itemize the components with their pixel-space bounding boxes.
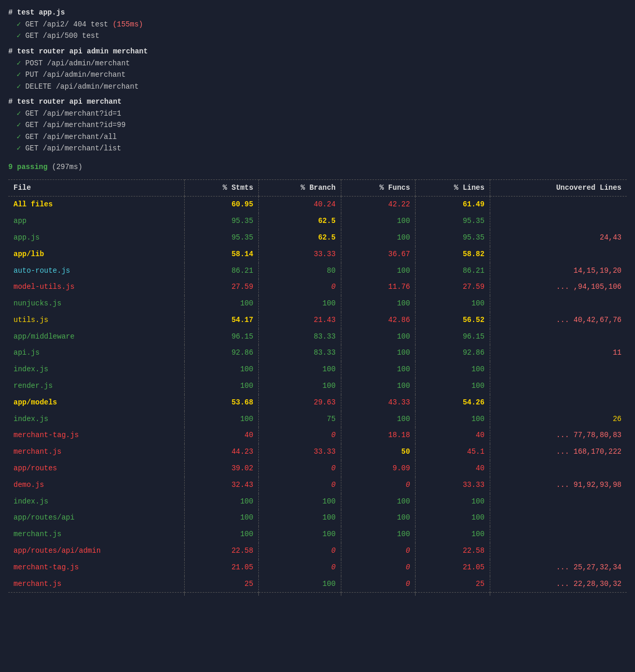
branch-cell: 33.33 (259, 444, 341, 460)
stmts-cell: 95.35 (184, 230, 259, 246)
uncovered-cell (490, 197, 627, 213)
lines-cell: 61.49 (416, 197, 490, 213)
file-cell: demo.js (8, 477, 184, 494)
funcs-cell: 100 (341, 230, 416, 246)
test-description: GET /api/merchant?id=99 (25, 121, 126, 129)
table-row: app/lib58.1433.3336.6758.82 (8, 246, 627, 263)
section-header: # test app.js (8, 8, 627, 17)
table-row: app.js95.3562.510095.3524,43 (8, 230, 627, 246)
test-line: ✓ GET /api/500 test (8, 30, 627, 41)
test-description: POST /api/admin/merchant (25, 59, 130, 67)
branch-cell: 29.63 (259, 395, 341, 411)
funcs-cell: 100 (341, 345, 416, 361)
uncovered-cell: ... 77,78,80,83 (490, 427, 627, 444)
test-section: # test router api merchant✓ GET /api/mer… (8, 97, 627, 155)
lines-cell: 40 (416, 427, 490, 444)
column-header: % Funcs (341, 179, 416, 197)
table-row: model-utils.js27.59011.7627.59... ,94,10… (8, 279, 627, 296)
test-description: GET /api/merchant/all (25, 133, 117, 141)
funcs-cell: 50 (341, 444, 416, 460)
time-highlight: (155ms) (108, 20, 143, 29)
branch-cell: 62.5 (259, 213, 341, 230)
file-cell: api.js (8, 345, 184, 361)
stmts-cell: 100 (184, 411, 259, 428)
test-line: ✓ GET /api/merchant?id=1 (8, 108, 627, 119)
funcs-cell: 100 (341, 213, 416, 230)
funcs-cell: 100 (341, 361, 416, 378)
stmts-cell: 53.68 (184, 395, 259, 411)
lines-cell: 96.15 (416, 329, 490, 345)
test-section: # test app.js✓ GET /api2/ 404 test (155m… (8, 8, 627, 42)
test-line: ✓ GET /api/merchant/list (8, 143, 627, 154)
table-row: index.js100100100100 (8, 361, 627, 378)
funcs-cell: 0 (341, 477, 416, 494)
uncovered-cell (490, 460, 627, 477)
uncovered-cell (490, 510, 627, 526)
file-cell: render.js (8, 378, 184, 395)
file-cell: merchant-tag.js (8, 427, 184, 444)
column-header: Uncovered Lines (490, 179, 627, 197)
stmts-cell: 54.17 (184, 312, 259, 329)
lines-cell: 21.05 (416, 559, 490, 576)
file-cell: app/routes (8, 460, 184, 477)
checkmark-icon: ✓ (17, 121, 25, 129)
branch-cell: 100 (259, 361, 341, 378)
checkmark-icon: ✓ (17, 71, 25, 79)
lines-cell: 22.58 (416, 543, 490, 559)
uncovered-cell: 26 (490, 411, 627, 428)
table-row: app/models53.6829.6343.3354.26 (8, 395, 627, 411)
test-description: GET /api/merchant/list (25, 144, 121, 152)
file-cell: merchant.js (8, 526, 184, 543)
table-row: app/routes39.0209.0940 (8, 460, 627, 477)
column-header: % Branch (259, 179, 341, 197)
funcs-cell: 100 (341, 411, 416, 428)
stmts-cell: 32.43 (184, 477, 259, 494)
file-cell: app/routes/api/admin (8, 543, 184, 559)
stmts-cell: 27.59 (184, 279, 259, 296)
checkmark-icon: ✓ (17, 144, 25, 152)
table-row: app95.3562.510095.35 (8, 213, 627, 230)
uncovered-cell: ... 91,92,93,98 (490, 477, 627, 494)
funcs-cell: 36.67 (341, 246, 416, 263)
funcs-cell: 0 (341, 543, 416, 559)
branch-cell: 21.43 (259, 312, 341, 329)
branch-cell: 100 (259, 296, 341, 312)
file-cell: index.js (8, 411, 184, 428)
file-cell: app/routes/api (8, 510, 184, 526)
uncovered-cell (490, 395, 627, 411)
funcs-cell: 42.86 (341, 312, 416, 329)
checkmark-icon: ✓ (17, 133, 25, 141)
lines-cell: 58.82 (416, 246, 490, 263)
section-header: # test router api admin merchant (8, 47, 627, 55)
uncovered-cell: ... 40,42,67,76 (490, 312, 627, 329)
uncovered-cell: ... 168,170,222 (490, 444, 627, 460)
table-row: demo.js32.430033.33... 91,92,93,98 (8, 477, 627, 494)
table-row: app/routes/api/admin22.580022.58 (8, 543, 627, 559)
test-description: GET /api/merchant?id=1 (25, 109, 121, 118)
stmts-cell: 58.14 (184, 246, 259, 263)
branch-cell: 80 (259, 263, 341, 279)
stmts-cell: 40 (184, 427, 259, 444)
branch-cell: 0 (259, 559, 341, 576)
table-footer-row (8, 593, 627, 596)
file-cell: app/middleware (8, 329, 184, 345)
file-cell: merchant.js (8, 576, 184, 593)
lines-cell: 54.26 (416, 395, 490, 411)
checkmark-icon: ✓ (17, 59, 25, 67)
branch-cell: 0 (259, 279, 341, 296)
test-description: DELETE /api/admin/merchant (25, 82, 139, 91)
lines-cell: 100 (416, 494, 490, 510)
funcs-cell: 18.18 (341, 427, 416, 444)
lines-cell: 40 (416, 460, 490, 477)
section-header: # test router api merchant (8, 97, 627, 106)
funcs-cell: 9.09 (341, 460, 416, 477)
branch-cell: 100 (259, 494, 341, 510)
lines-cell: 100 (416, 378, 490, 395)
uncovered-cell (490, 494, 627, 510)
branch-cell: 0 (259, 543, 341, 559)
table-row: api.js92.8683.3310092.8611 (8, 345, 627, 361)
test-line: ✓ DELETE /api/admin/merchant (8, 81, 627, 92)
branch-cell: 0 (259, 427, 341, 444)
stmts-cell: 60.95 (184, 197, 259, 213)
table-row: auto-route.js86.218010086.2114,15,19,20 (8, 263, 627, 279)
